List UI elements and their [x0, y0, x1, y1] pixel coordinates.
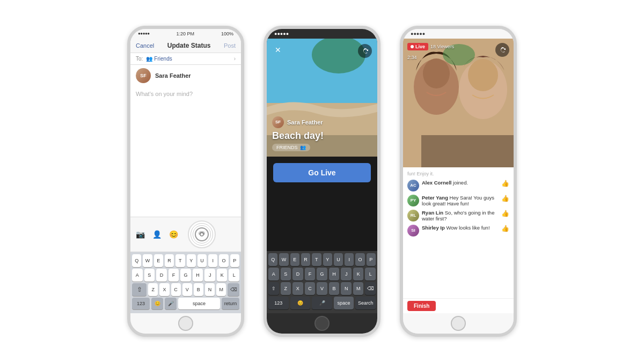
like-icon-liked[interactable]: 👍 [501, 195, 509, 202]
dk-search[interactable]: Search [355, 297, 376, 309]
numbers-key[interactable]: 123 [132, 298, 150, 309]
key-r[interactable]: R [165, 254, 174, 267]
dk-l[interactable]: L [365, 268, 376, 280]
key-row-2: A S D F G H J K L [132, 269, 239, 282]
dk-c[interactable]: C [305, 282, 316, 295]
key-g[interactable]: G [180, 269, 191, 282]
dk-a[interactable]: A [268, 268, 279, 280]
dk-w[interactable]: W [279, 253, 288, 266]
compose-toolbar: 📷 👤 😊 [130, 217, 241, 252]
comment-content: Alex Cornell joined. [422, 180, 499, 186]
key-a[interactable]: A [132, 269, 143, 282]
close-button[interactable]: ✕ [272, 44, 284, 56]
home-button-2[interactable] [314, 316, 330, 331]
dk-o[interactable]: O [355, 253, 364, 266]
keyboard-1: Q W E R T Y U I O P A S D F G H [130, 252, 241, 313]
key-b[interactable]: B [194, 283, 203, 296]
dk-i[interactable]: I [345, 253, 354, 266]
key-e[interactable]: E [154, 254, 163, 267]
dk-emoji[interactable]: 😊 [290, 297, 311, 309]
key-n[interactable]: N [205, 283, 215, 296]
dk-p[interactable]: P [367, 253, 376, 266]
comment-body: joined. [453, 180, 468, 186]
key-f[interactable]: F [169, 269, 179, 282]
dk-shift[interactable]: ⇧ [268, 282, 279, 295]
key-q[interactable]: Q [132, 254, 141, 267]
dk-v[interactable]: V [317, 282, 327, 295]
dk-d[interactable]: D [292, 268, 303, 280]
emoji-key[interactable]: 😊 [151, 298, 163, 309]
dk-b[interactable]: B [329, 282, 340, 295]
like-icon[interactable]: 👍 [501, 180, 509, 187]
key-c[interactable]: C [171, 283, 181, 296]
key-y[interactable]: Y [187, 254, 196, 267]
home-button-1[interactable] [178, 316, 193, 331]
like-icon-4[interactable]: 👍 [501, 225, 509, 232]
key-v[interactable]: V [182, 283, 192, 296]
emoji-icon[interactable]: 😊 [169, 230, 178, 239]
dk-e[interactable]: E [290, 253, 299, 266]
signal-3: ●●●●● [411, 31, 425, 36]
dk-delete[interactable]: ⌫ [365, 282, 376, 295]
key-h[interactable]: H [193, 269, 203, 282]
key-z[interactable]: Z [148, 283, 158, 296]
dk-space[interactable]: space [334, 297, 354, 309]
phone-bottom-3 [403, 313, 514, 334]
key-u[interactable]: U [197, 254, 207, 267]
dk-numbers[interactable]: 123 [268, 297, 289, 309]
dk-j[interactable]: J [341, 268, 352, 280]
dk-z[interactable]: Z [281, 282, 291, 295]
friends-selector[interactable]: 👥 Friends [146, 56, 172, 62]
key-j[interactable]: J [204, 269, 215, 282]
home-button-3[interactable] [451, 316, 466, 331]
dk-g[interactable]: G [317, 268, 327, 280]
dk-mic[interactable]: 🎤 [312, 297, 332, 309]
audience-badge[interactable]: FRIENDS 👥 [272, 144, 310, 151]
like-icon-3[interactable]: 👍 [501, 210, 509, 217]
compose-area[interactable]: What's on your mind? [130, 86, 241, 217]
key-p[interactable]: P [230, 254, 239, 267]
key-d[interactable]: D [156, 269, 167, 282]
dk-t[interactable]: T [312, 253, 321, 266]
dk-s[interactable]: S [281, 268, 291, 280]
username-2: Sara Feather [287, 119, 323, 125]
shift-key[interactable]: ⇧ [132, 283, 147, 296]
dk-h[interactable]: H [329, 268, 340, 280]
live-label: Live [415, 44, 425, 49]
camera-icon[interactable]: 📷 [136, 230, 145, 239]
dk-q[interactable]: Q [268, 253, 277, 266]
space-key[interactable]: space [178, 298, 219, 309]
mic-key[interactable]: 🎤 [165, 298, 177, 309]
go-live-icon[interactable] [188, 220, 216, 248]
key-k[interactable]: K [217, 269, 228, 282]
phone-1: ●●●●● 1:20 PM 100% Cancel Update Status … [127, 26, 244, 337]
dk-u[interactable]: U [334, 253, 343, 266]
key-i[interactable]: I [208, 254, 217, 267]
dk-x[interactable]: X [292, 282, 303, 295]
stream-timer: 2:34 [407, 55, 417, 60]
dk-k[interactable]: K [353, 268, 364, 280]
tag-icon[interactable]: 👤 [152, 230, 162, 239]
go-live-button[interactable]: Go Live [273, 163, 371, 182]
finish-button[interactable]: Finish [407, 301, 436, 311]
return-key[interactable]: return [222, 298, 239, 309]
key-o[interactable]: O [219, 254, 228, 267]
key-m[interactable]: M [216, 283, 226, 296]
switch-camera-btn-3[interactable] [495, 43, 509, 57]
key-x[interactable]: X [159, 283, 169, 296]
selfie-scene [403, 39, 514, 167]
key-w[interactable]: W [143, 254, 152, 267]
dk-n[interactable]: N [341, 282, 352, 295]
dk-m[interactable]: M [353, 282, 364, 295]
key-s[interactable]: S [144, 269, 155, 282]
delete-key[interactable]: ⌫ [228, 283, 239, 296]
dk-r[interactable]: R [301, 253, 310, 266]
cancel-button[interactable]: Cancel [136, 42, 154, 49]
dk-y[interactable]: Y [323, 253, 332, 266]
key-row-3: ⇧ Z X C V B N M ⌫ [132, 283, 239, 296]
post-button[interactable]: Post [224, 42, 236, 49]
switch-camera-button[interactable] [358, 44, 372, 58]
dk-f[interactable]: F [305, 268, 316, 280]
key-t[interactable]: T [175, 254, 185, 267]
key-l[interactable]: L [229, 269, 239, 282]
